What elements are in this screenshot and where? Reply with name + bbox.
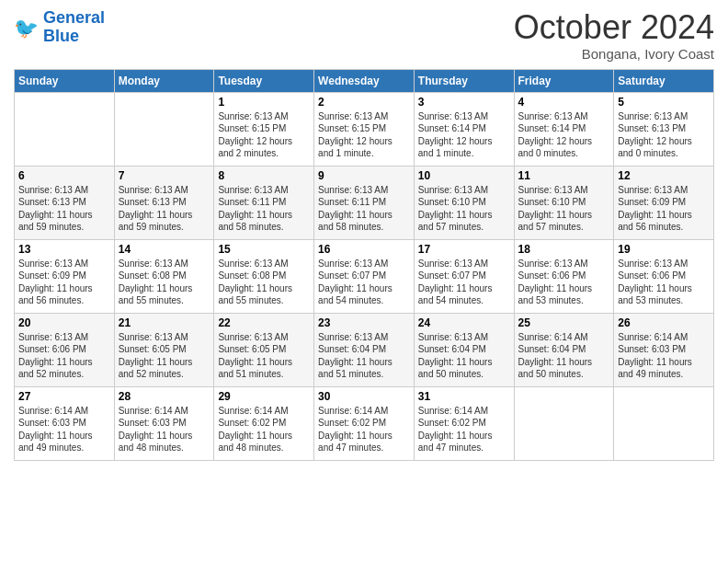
day-info: Sunrise: 6:14 AM Sunset: 6:04 PM Dayligh… bbox=[518, 331, 610, 381]
day-info: Sunrise: 6:14 AM Sunset: 6:02 PM Dayligh… bbox=[218, 405, 310, 454]
calendar-cell: 29Sunrise: 6:14 AM Sunset: 6:02 PM Dayli… bbox=[214, 386, 314, 460]
day-number: 9 bbox=[318, 169, 410, 182]
day-number: 22 bbox=[218, 316, 310, 329]
day-number: 25 bbox=[518, 316, 610, 329]
calendar-cell: 13Sunrise: 6:13 AM Sunset: 6:09 PM Dayli… bbox=[15, 239, 115, 313]
calendar-cell: 8Sunrise: 6:13 AM Sunset: 6:11 PM Daylig… bbox=[214, 166, 314, 239]
day-number: 26 bbox=[618, 316, 710, 329]
calendar-cell: 22Sunrise: 6:13 AM Sunset: 6:05 PM Dayli… bbox=[214, 313, 314, 386]
calendar-cell: 19Sunrise: 6:13 AM Sunset: 6:06 PM Dayli… bbox=[614, 239, 714, 313]
location: Bongana, Ivory Coast bbox=[514, 46, 714, 62]
month-title: October 2024 bbox=[514, 9, 714, 46]
day-info: Sunrise: 6:14 AM Sunset: 6:03 PM Dayligh… bbox=[18, 405, 110, 454]
calendar-cell: 10Sunrise: 6:13 AM Sunset: 6:10 PM Dayli… bbox=[414, 166, 514, 239]
day-info: Sunrise: 6:13 AM Sunset: 6:07 PM Dayligh… bbox=[418, 258, 510, 307]
day-number: 10 bbox=[418, 169, 510, 182]
logo: 🐦 General Blue bbox=[14, 9, 105, 46]
day-header-wednesday: Wednesday bbox=[314, 69, 415, 92]
day-number: 6 bbox=[18, 169, 110, 182]
day-info: Sunrise: 6:13 AM Sunset: 6:10 PM Dayligh… bbox=[418, 184, 510, 234]
calendar-cell: 15Sunrise: 6:13 AM Sunset: 6:08 PM Dayli… bbox=[214, 239, 314, 313]
calendar-cell: 28Sunrise: 6:14 AM Sunset: 6:03 PM Dayli… bbox=[114, 386, 214, 460]
calendar-cell: 5Sunrise: 6:13 AM Sunset: 6:13 PM Daylig… bbox=[614, 92, 714, 166]
day-info: Sunrise: 6:13 AM Sunset: 6:05 PM Dayligh… bbox=[218, 331, 310, 381]
day-number: 16 bbox=[318, 243, 410, 256]
calendar-cell: 31Sunrise: 6:14 AM Sunset: 6:02 PM Dayli… bbox=[414, 386, 514, 460]
calendar-cell: 20Sunrise: 6:13 AM Sunset: 6:06 PM Dayli… bbox=[15, 313, 115, 386]
logo-text: General Blue bbox=[43, 9, 105, 46]
calendar-cell: 6Sunrise: 6:13 AM Sunset: 6:13 PM Daylig… bbox=[15, 166, 115, 239]
calendar-cell: 25Sunrise: 6:14 AM Sunset: 6:04 PM Dayli… bbox=[514, 313, 614, 386]
day-number: 7 bbox=[119, 169, 210, 182]
day-info: Sunrise: 6:14 AM Sunset: 6:02 PM Dayligh… bbox=[418, 405, 510, 454]
day-header-tuesday: Tuesday bbox=[214, 69, 314, 92]
day-number: 23 bbox=[318, 316, 410, 329]
calendar-cell: 12Sunrise: 6:13 AM Sunset: 6:09 PM Dayli… bbox=[614, 166, 714, 239]
header: 🐦 General Blue October 2024 Bongana, Ivo… bbox=[14, 9, 714, 62]
calendar-cell bbox=[114, 92, 214, 166]
page: 🐦 General Blue October 2024 Bongana, Ivo… bbox=[0, 0, 728, 563]
day-header-thursday: Thursday bbox=[414, 69, 514, 92]
day-header-monday: Monday bbox=[114, 69, 214, 92]
day-info: Sunrise: 6:14 AM Sunset: 6:03 PM Dayligh… bbox=[618, 331, 710, 381]
day-info: Sunrise: 6:14 AM Sunset: 6:03 PM Dayligh… bbox=[119, 405, 210, 454]
day-number: 13 bbox=[18, 243, 110, 256]
calendar-cell: 14Sunrise: 6:13 AM Sunset: 6:08 PM Dayli… bbox=[114, 239, 214, 313]
day-number: 1 bbox=[218, 96, 310, 109]
day-info: Sunrise: 6:13 AM Sunset: 6:05 PM Dayligh… bbox=[119, 331, 210, 381]
calendar-cell: 21Sunrise: 6:13 AM Sunset: 6:05 PM Dayli… bbox=[114, 313, 214, 386]
day-number: 11 bbox=[518, 169, 610, 182]
day-info: Sunrise: 6:13 AM Sunset: 6:13 PM Dayligh… bbox=[18, 184, 110, 234]
calendar-cell bbox=[15, 92, 115, 166]
day-number: 12 bbox=[618, 169, 710, 182]
day-info: Sunrise: 6:13 AM Sunset: 6:09 PM Dayligh… bbox=[18, 258, 110, 307]
day-info: Sunrise: 6:13 AM Sunset: 6:09 PM Dayligh… bbox=[618, 184, 710, 234]
logo-general: General bbox=[43, 8, 105, 27]
day-number: 8 bbox=[218, 169, 310, 182]
calendar-cell: 24Sunrise: 6:13 AM Sunset: 6:04 PM Dayli… bbox=[414, 313, 514, 386]
day-number: 24 bbox=[418, 316, 510, 329]
day-number: 18 bbox=[518, 243, 610, 256]
day-number: 27 bbox=[18, 390, 110, 403]
calendar-cell: 11Sunrise: 6:13 AM Sunset: 6:10 PM Dayli… bbox=[514, 166, 614, 239]
day-header-friday: Friday bbox=[514, 69, 614, 92]
day-info: Sunrise: 6:13 AM Sunset: 6:06 PM Dayligh… bbox=[518, 258, 610, 307]
day-number: 21 bbox=[119, 316, 210, 329]
day-info: Sunrise: 6:13 AM Sunset: 6:14 PM Dayligh… bbox=[518, 110, 610, 160]
calendar-table: SundayMondayTuesdayWednesdayThursdayFrid… bbox=[14, 69, 714, 461]
day-info: Sunrise: 6:13 AM Sunset: 6:04 PM Dayligh… bbox=[318, 331, 410, 381]
day-info: Sunrise: 6:13 AM Sunset: 6:10 PM Dayligh… bbox=[518, 184, 610, 234]
day-number: 31 bbox=[418, 390, 510, 403]
day-number: 3 bbox=[418, 96, 510, 109]
calendar-cell bbox=[614, 386, 714, 460]
day-number: 19 bbox=[618, 243, 710, 256]
calendar-cell: 27Sunrise: 6:14 AM Sunset: 6:03 PM Dayli… bbox=[15, 386, 115, 460]
calendar-cell bbox=[514, 386, 614, 460]
calendar-cell: 9Sunrise: 6:13 AM Sunset: 6:11 PM Daylig… bbox=[314, 166, 415, 239]
day-number: 20 bbox=[18, 316, 110, 329]
day-header-sunday: Sunday bbox=[15, 69, 115, 92]
day-info: Sunrise: 6:13 AM Sunset: 6:15 PM Dayligh… bbox=[218, 110, 310, 160]
svg-text:🐦: 🐦 bbox=[14, 16, 40, 40]
day-number: 2 bbox=[318, 96, 410, 109]
day-info: Sunrise: 6:13 AM Sunset: 6:06 PM Dayligh… bbox=[18, 331, 110, 381]
day-info: Sunrise: 6:13 AM Sunset: 6:11 PM Dayligh… bbox=[318, 184, 410, 234]
calendar-cell: 16Sunrise: 6:13 AM Sunset: 6:07 PM Dayli… bbox=[314, 239, 415, 313]
day-number: 28 bbox=[119, 390, 210, 403]
day-number: 4 bbox=[518, 96, 610, 109]
logo-bird-icon: 🐦 bbox=[14, 15, 40, 40]
day-info: Sunrise: 6:13 AM Sunset: 6:15 PM Dayligh… bbox=[318, 110, 410, 160]
calendar-cell: 30Sunrise: 6:14 AM Sunset: 6:02 PM Dayli… bbox=[314, 386, 415, 460]
calendar-cell: 23Sunrise: 6:13 AM Sunset: 6:04 PM Dayli… bbox=[314, 313, 415, 386]
calendar-cell: 26Sunrise: 6:14 AM Sunset: 6:03 PM Dayli… bbox=[614, 313, 714, 386]
day-info: Sunrise: 6:14 AM Sunset: 6:02 PM Dayligh… bbox=[318, 405, 410, 454]
day-info: Sunrise: 6:13 AM Sunset: 6:13 PM Dayligh… bbox=[618, 110, 710, 160]
day-info: Sunrise: 6:13 AM Sunset: 6:08 PM Dayligh… bbox=[218, 258, 310, 307]
day-number: 15 bbox=[218, 243, 310, 256]
day-number: 14 bbox=[119, 243, 210, 256]
day-info: Sunrise: 6:13 AM Sunset: 6:11 PM Dayligh… bbox=[218, 184, 310, 234]
calendar-cell: 2Sunrise: 6:13 AM Sunset: 6:15 PM Daylig… bbox=[314, 92, 415, 166]
day-info: Sunrise: 6:13 AM Sunset: 6:07 PM Dayligh… bbox=[318, 258, 410, 307]
day-number: 29 bbox=[218, 390, 310, 403]
day-info: Sunrise: 6:13 AM Sunset: 6:08 PM Dayligh… bbox=[119, 258, 210, 307]
